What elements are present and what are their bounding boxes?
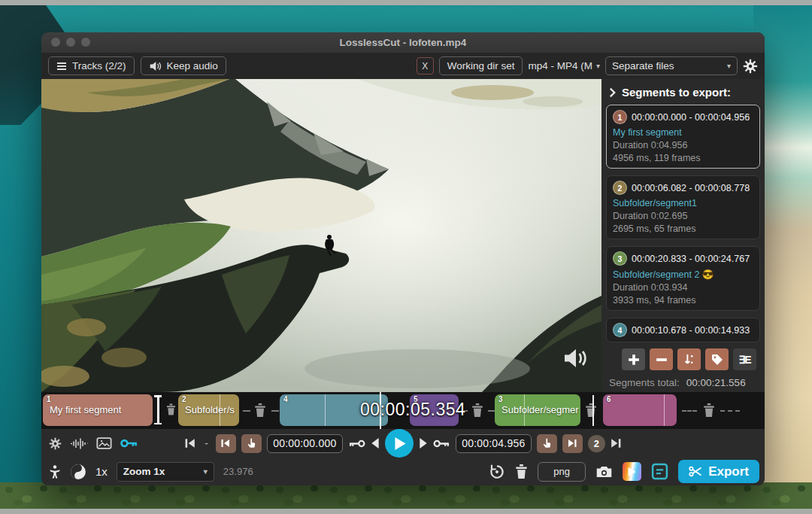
segment-name[interactable]: Subfolder/segment1 xyxy=(613,198,753,208)
volume-overlay-icon[interactable] xyxy=(562,347,589,373)
segment-name[interactable]: My first segment xyxy=(613,127,753,138)
segment-actions: ∃E xyxy=(620,347,759,372)
left-tools: 1x Zoom 1x ▾ 23.976 xyxy=(49,462,253,482)
video-preview[interactable] xyxy=(41,79,601,392)
tracks-button[interactable]: Tracks (2/2) xyxy=(48,56,135,75)
export-button[interactable]: Export xyxy=(678,460,759,483)
delete-segment-icon[interactable] xyxy=(703,403,715,417)
segment-duration: Duration 0:04.956 xyxy=(613,140,753,151)
export-label: Export xyxy=(708,464,749,479)
minimize-window-icon[interactable] xyxy=(66,38,75,47)
segments-header[interactable]: Segments to export: xyxy=(601,79,765,105)
delete-segment-icon[interactable] xyxy=(166,403,176,415)
jump-cut-end-button[interactable] xyxy=(562,434,583,453)
close-window-icon[interactable] xyxy=(51,38,60,47)
motion-person-icon[interactable] xyxy=(49,465,61,479)
segments-header-label: Segments to export: xyxy=(622,86,731,99)
delete-segment-icon[interactable] xyxy=(471,403,483,417)
keep-audio-label: Keep audio xyxy=(167,60,218,71)
capture-format-button[interactable]: png xyxy=(538,462,586,482)
segment-divider xyxy=(524,394,525,426)
remove-segment-button[interactable] xyxy=(650,348,673,370)
segment-divider xyxy=(325,394,326,426)
step-back-icon[interactable] xyxy=(371,438,380,449)
timeline-segment-number: 6 xyxy=(607,395,611,403)
merge-mode-select[interactable]: Separate files ▾ xyxy=(605,56,738,75)
merge-mode-value: Separate files xyxy=(612,60,674,71)
current-segment-badge[interactable]: 2 xyxy=(588,435,605,452)
chevron-down-icon: ▾ xyxy=(204,467,208,476)
jump-cut-start-button[interactable] xyxy=(216,434,236,453)
split-segment-button[interactable]: ∃E xyxy=(733,348,756,370)
segments-total-value: 00:00:21.556 xyxy=(686,377,746,388)
segment-time-range: 00:00:06.082 - 00:00:08.778 xyxy=(632,183,750,193)
hand-icon xyxy=(247,438,256,449)
segment-duration: Duration 0:02.695 xyxy=(613,211,753,221)
main-area: Segments to export: 1 00:00:00.000 - 00:… xyxy=(41,79,765,392)
label-segment-button[interactable] xyxy=(705,348,729,370)
yin-yang-icon[interactable] xyxy=(70,464,86,480)
segments-total: Segments total: 00:00:21.556 xyxy=(609,377,746,388)
working-dir-button[interactable]: Working dir set xyxy=(439,56,523,75)
segments-total-label: Segments total: xyxy=(609,377,680,388)
settings-gear-icon[interactable] xyxy=(743,59,758,74)
sort-segments-button[interactable] xyxy=(677,348,701,370)
segment-detail: 2695 ms, 65 frames xyxy=(613,224,753,234)
set-cut-start-button[interactable] xyxy=(241,434,262,453)
key-left-icon[interactable] xyxy=(348,439,365,449)
rotate-icon[interactable] xyxy=(489,464,505,480)
waveform-icon[interactable] xyxy=(70,438,88,449)
cut-end-time-input[interactable]: 00:00:04.956 xyxy=(456,434,532,453)
segment-divider xyxy=(220,394,220,426)
edit-list-icon[interactable] xyxy=(651,463,668,480)
add-segment-button[interactable] xyxy=(622,348,645,370)
segment-name[interactable]: Subfolder/segment 2 😎 xyxy=(613,269,753,280)
timeline-segment[interactable]: 2 Subfolder/s xyxy=(178,394,239,426)
titlebar[interactable]: LosslessCut - lofoten.mp4 xyxy=(41,32,765,53)
toolbar: Tracks (2/2) Keep audio X Working dir se… xyxy=(41,53,765,79)
tag-icon xyxy=(711,354,723,366)
segment-card[interactable]: 3 00:00:20.833 - 00:00:24.767 Subfolder/… xyxy=(606,246,760,311)
current-time-display: 00:00:05.354 xyxy=(360,400,465,420)
losslesscut-window: LosslessCut - lofoten.mp4 Tracks (2/2) K… xyxy=(41,32,765,485)
output-format-select[interactable]: mp4 - MP4 (M ▾ xyxy=(528,60,600,71)
play-button[interactable] xyxy=(385,429,414,458)
step-forward-icon[interactable] xyxy=(419,438,428,449)
close-file-button[interactable]: X xyxy=(417,57,434,75)
jump-file-start-icon[interactable] xyxy=(185,438,195,449)
segment-card[interactable]: 1 00:00:00.000 - 00:00:04.956 My first s… xyxy=(606,105,760,169)
key-right-icon[interactable] xyxy=(433,439,450,449)
timeline[interactable]: 1 My first segment 2 Subfolder/s 4 5 xyxy=(41,392,765,429)
gap-dash xyxy=(488,410,495,412)
toolbar-right: X Working dir set mp4 - MP4 (M ▾ Separat… xyxy=(417,56,758,75)
settings-gear-icon[interactable] xyxy=(49,437,62,450)
timeline-segment[interactable]: 1 My first segment xyxy=(43,394,153,426)
segment-number-badge: 3 xyxy=(613,251,627,266)
working-dir-label: Working dir set xyxy=(447,60,515,71)
playback-rate[interactable]: 1x xyxy=(95,465,108,478)
screen-bezel-top xyxy=(0,0,812,5)
set-cut-end-button[interactable] xyxy=(537,434,557,453)
position-marker[interactable] xyxy=(157,395,159,424)
timeline-segment[interactable]: 3 Subfolder/segmer xyxy=(495,394,580,426)
segment-card[interactable]: 4 00:00:10.678 - 00:00:14.933 xyxy=(606,318,760,342)
jump-file-end-icon[interactable] xyxy=(611,438,621,449)
delete-segment-icon[interactable] xyxy=(585,403,597,417)
segment-number-badge: 1 xyxy=(613,110,627,124)
wallpaper-trees xyxy=(0,482,812,509)
maximize-window-icon[interactable] xyxy=(81,38,90,47)
delete-segment-icon[interactable] xyxy=(254,403,266,417)
keep-audio-button[interactable]: Keep audio xyxy=(141,56,226,75)
segment-card[interactable]: 2 00:00:06.082 - 00:00:08.778 Subfolder/… xyxy=(606,175,760,239)
mpv-player-icon[interactable] xyxy=(623,462,641,481)
hand-icon xyxy=(542,438,551,449)
cut-start-time-input[interactable]: 00:00:00.000 xyxy=(267,434,343,453)
timeline-segment[interactable]: 6 xyxy=(603,394,677,426)
keyframes-key-icon[interactable] xyxy=(120,438,138,449)
timeline-zoom-select[interactable]: Zoom 1x ▾ xyxy=(117,462,214,482)
thumbnails-icon[interactable] xyxy=(96,437,112,449)
camera-icon[interactable] xyxy=(595,465,613,479)
gap-dash xyxy=(682,410,697,412)
trash-icon[interactable] xyxy=(515,464,528,479)
screen-bezel-bottom xyxy=(0,509,812,514)
